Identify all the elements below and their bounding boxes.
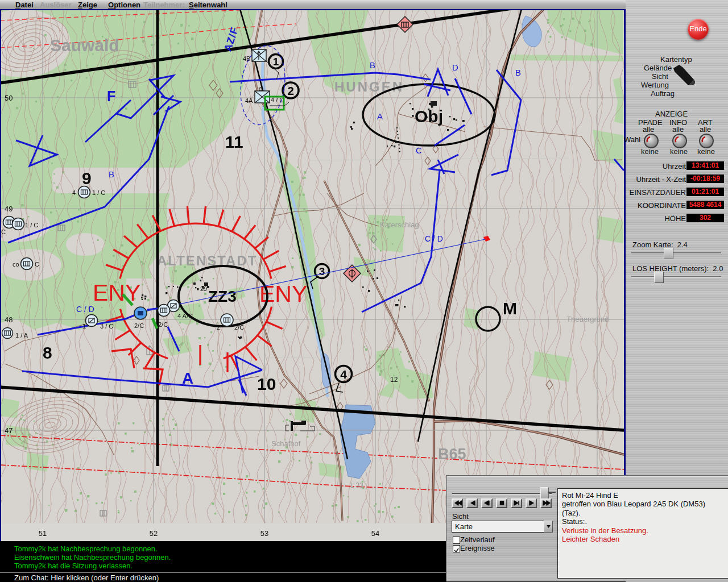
svg-text:B: B — [515, 68, 521, 77]
svg-text:53: 53 — [260, 529, 268, 538]
svg-text:L 33: L 33 — [350, 481, 363, 489]
svg-text:C: C — [416, 146, 422, 155]
svg-text:4 A/C: 4 A/C — [177, 313, 193, 319]
svg-text:3 / C: 3 / C — [100, 323, 113, 330]
svg-text:ZZ3: ZZ3 — [208, 288, 237, 305]
svg-text:4B: 4B — [243, 55, 250, 62]
svg-text:48: 48 — [5, 315, 13, 324]
svg-text:B65: B65 — [438, 446, 466, 463]
svg-text:1 / C: 1 / C — [25, 222, 38, 228]
svg-text:ALTENSTADT: ALTENSTADT — [157, 253, 257, 268]
svg-text:1 / A: 1 / A — [15, 332, 28, 339]
svg-text:1: 1 — [273, 56, 279, 68]
svg-text:11: 11 — [225, 132, 243, 151]
svg-text:C / D: C / D — [76, 305, 94, 314]
svg-text:HUNGEN: HUNGEN — [334, 79, 404, 94]
svg-text:Theuergrund: Theuergrund — [566, 315, 609, 323]
svg-text:9: 9 — [82, 169, 92, 188]
svg-text:A: A — [377, 111, 383, 121]
svg-text:C: C — [1, 228, 6, 235]
svg-text:2/C: 2/C — [158, 321, 168, 328]
svg-text:Sauwald: Sauwald — [50, 36, 119, 55]
svg-text:10: 10 — [257, 375, 276, 393]
svg-text:2/C: 2/C — [134, 322, 144, 329]
svg-text:D: D — [452, 63, 458, 72]
svg-text:Schafhof: Schafhof — [271, 439, 301, 448]
svg-text:47: 47 — [5, 426, 13, 435]
svg-text:8: 8 — [43, 343, 52, 362]
svg-text:2: 2 — [287, 84, 294, 97]
svg-text:54: 54 — [371, 529, 379, 538]
svg-text:4 / C: 4 / C — [271, 97, 284, 103]
svg-text:co: co — [13, 261, 19, 268]
svg-text:52: 52 — [150, 529, 158, 538]
svg-text:2: 2 — [217, 324, 220, 331]
svg-text:1 / C: 1 / C — [92, 189, 105, 196]
svg-text:2/C: 2/C — [234, 324, 244, 331]
svg-text:29: 29 — [200, 285, 207, 292]
svg-text:C / D: C / D — [425, 234, 443, 243]
svg-text:F: F — [107, 88, 115, 104]
svg-text:ENY: ENY — [93, 280, 140, 306]
svg-text:4: 4 — [340, 368, 347, 381]
svg-text:49: 49 — [5, 205, 13, 213]
svg-text:4A: 4A — [245, 97, 253, 104]
svg-text:51: 51 — [39, 529, 47, 538]
svg-text:12: 12 — [390, 376, 398, 384]
svg-text:B: B — [109, 169, 114, 179]
svg-text:M: M — [503, 299, 517, 318]
svg-text:50: 50 — [5, 94, 13, 102]
svg-text:C: C — [35, 261, 39, 268]
svg-text:B: B — [370, 60, 375, 70]
svg-text:A: A — [182, 369, 193, 387]
svg-text:1: 1 — [82, 323, 86, 330]
svg-text:Katerschlag: Katerschlag — [380, 221, 419, 229]
svg-text:3: 3 — [319, 265, 325, 277]
svg-text:Obj: Obj — [415, 107, 443, 126]
svg-text:4: 4 — [72, 189, 76, 196]
